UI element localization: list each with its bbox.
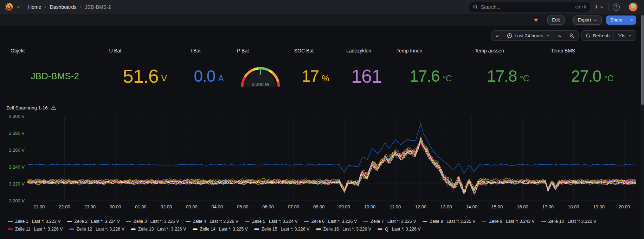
time-shift-forward-button[interactable]: » (554, 31, 565, 40)
breadcrumb-dashboards[interactable]: Dashboards (50, 4, 77, 10)
legend-item[interactable]: Zelle 10Last *: 3.222 V (541, 219, 597, 224)
stat-panel-u-bat[interactable]: U Bat 51.6 V (104, 44, 186, 101)
legend-item[interactable]: Zelle 6Last *: 3.226 V (304, 219, 357, 224)
series-name: Zelle 15 (262, 227, 277, 232)
legend-row-1: Zelle 1Last *: 3.223 VZelle 2Last *: 3.2… (8, 218, 637, 225)
panel-title[interactable]: Zell Spannung 1-16 (6, 105, 48, 111)
stat-value: 17 (302, 67, 319, 86)
series-last-value: Last *: 3.226 V (281, 227, 310, 232)
series-line-zelle-3 (27, 140, 636, 195)
series-color-marker (193, 228, 198, 230)
legend-item[interactable]: Zelle 15Last *: 3.226 V (254, 227, 310, 232)
legend-item[interactable]: Zelle 2Last *: 3.224 V (67, 219, 120, 224)
series-last-value: Last *: 3.226 V (96, 227, 124, 232)
share-menu-button[interactable] (627, 15, 636, 25)
gauge-segment (258, 68, 269, 70)
add-button[interactable]: + (594, 4, 604, 10)
series-name: Zelle 1 (15, 219, 28, 224)
stat-value: JBD-BMS-2 (31, 71, 79, 82)
zoom-out-icon (569, 33, 574, 38)
divider (608, 3, 608, 11)
series-name: Zelle 9 (489, 219, 502, 224)
series-last-value: Last *: 3.225 V (219, 227, 248, 232)
chevron-down-icon[interactable] (16, 5, 20, 9)
legend-item[interactable]: Zelle 4Last *: 3.226 V (186, 219, 239, 224)
edit-button[interactable]: Edit (547, 15, 564, 25)
legend-item[interactable]: Zelle 11Last *: 3.226 V (8, 227, 63, 232)
stat-panel-soc-bat[interactable]: SOC Bat 17 % (289, 44, 341, 101)
stat-panel-ladezyklen[interactable]: Ladezyklen 161 (341, 44, 392, 101)
series-name: Zelle 6 (311, 219, 325, 224)
series-color-marker (245, 221, 250, 222)
chevron-down-icon (630, 18, 634, 22)
divider (543, 16, 543, 24)
stat-value: 17.6 (410, 67, 440, 86)
timeseries-chart[interactable]: 21:0022:0023:0000:0001:0002:0003:0004:00… (6, 113, 638, 215)
legend-item[interactable]: QLast *: 3.226 V (378, 227, 421, 232)
gauge-segment (278, 82, 279, 87)
stat-value: 161 (351, 65, 382, 87)
stat-unit: °C (443, 69, 452, 83)
refresh-icon (586, 33, 591, 38)
stat-panel-temp-aussen[interactable]: Temp aussen 17.8 °C (470, 44, 546, 101)
time-range-picker[interactable]: Last 24 hours (503, 31, 554, 40)
timeseries-panel[interactable]: Zell Spannung 1-16 21:0022:0023:0000:000… (6, 103, 638, 233)
x-tick-label: 18:00 (568, 204, 579, 209)
series-last-value: Last *: 3.226 V (157, 227, 186, 232)
series-color-marker (67, 221, 72, 222)
search-input[interactable]: ctrl+k (469, 2, 590, 12)
legend-item[interactable]: Zelle 3Last *: 3.225 V (126, 219, 179, 224)
legend-item[interactable]: Zelle 7Last *: 3.225 V (363, 219, 416, 224)
scrollbar[interactable] (640, 14, 644, 239)
stat-value: 17.8 (487, 67, 517, 86)
favorite-star-icon[interactable]: ★ (533, 16, 539, 24)
search-field[interactable] (481, 4, 573, 10)
stat-label: Temp BMS (551, 48, 633, 54)
breadcrumb-home[interactable]: Home (28, 4, 41, 10)
share-button[interactable]: Share (606, 15, 627, 25)
breadcrumb: Home › Dashboards › JBD-BMS-2 (28, 4, 111, 10)
stat-panel-objekt[interactable]: Objekt JBD-BMS-2 (6, 44, 104, 101)
breadcrumb-separator: › (80, 4, 81, 10)
legend-item[interactable]: Zelle 12Last *: 3.226 V (69, 227, 125, 232)
legend-item[interactable]: Zelle 5Last *: 3.224 V (245, 219, 298, 224)
series-name: Zelle 8 (430, 219, 443, 224)
legend-item[interactable]: Zelle 8Last *: 3.225 V (423, 219, 476, 224)
stat-panel-temp-innen[interactable]: Temp Innen 17.6 °C (392, 44, 470, 101)
avatar[interactable] (629, 2, 638, 12)
warning-icon[interactable] (51, 105, 56, 111)
x-tick-label: 23:00 (84, 204, 96, 209)
series-name: Zelle 11 (15, 227, 31, 232)
refresh-interval-picker[interactable]: 10s (613, 31, 636, 40)
legend-item[interactable]: Zelle 1Last *: 3.223 V (8, 219, 61, 224)
export-button[interactable]: Export (573, 15, 602, 25)
zoom-out-button[interactable] (565, 31, 578, 40)
series-line-zelle-12 (27, 137, 636, 195)
series-line-zelle-15 (27, 139, 636, 193)
x-tick-label: 00:00 (110, 204, 121, 209)
series-last-value: Last *: 3.225 V (446, 219, 475, 224)
stat-label: I Bat (191, 48, 227, 54)
legend-item[interactable]: Zelle 16Last *: 3.226 V (316, 227, 372, 232)
y-tick-label: 3.240 V (9, 164, 25, 170)
legend-item[interactable]: Zelle 13Last *: 3.226 V (131, 227, 186, 232)
grafana-dashboard: Home › Dashboards › JBD-BMS-2 ctrl+k + ? (0, 0, 644, 239)
x-tick-label: 10:00 (364, 204, 376, 209)
x-tick-label: 11:00 (390, 204, 401, 209)
stat-panel-p-bat-gauge[interactable]: P Bat 0.000 W (232, 44, 289, 101)
legend-item[interactable]: Zelle 14Last *: 3.225 V (193, 227, 248, 232)
refresh-interval-label: 10s (618, 33, 625, 38)
series-name: Zelle 14 (200, 227, 215, 232)
time-shift-back-button[interactable]: « (492, 31, 502, 40)
series-last-value: Last *: 3.226 V (328, 219, 357, 224)
help-icon[interactable]: ? (613, 4, 620, 11)
stat-panel-i-bat[interactable]: I Bat 0.0 A (186, 44, 232, 101)
scrollbar-thumb[interactable] (641, 15, 644, 105)
breadcrumb-current: JBD-BMS-2 (85, 4, 111, 10)
stat-unit: A (218, 69, 224, 83)
grafana-logo-icon[interactable] (4, 2, 13, 12)
stat-panel-temp-bms[interactable]: Temp BMS 27.0 °C (546, 44, 638, 101)
refresh-button[interactable]: Refresh (582, 31, 613, 40)
legend-item[interactable]: Zelle 9Last *: 3.243 V (482, 219, 535, 224)
top-nav: Home › Dashboards › JBD-BMS-2 ctrl+k + ? (0, 0, 644, 14)
